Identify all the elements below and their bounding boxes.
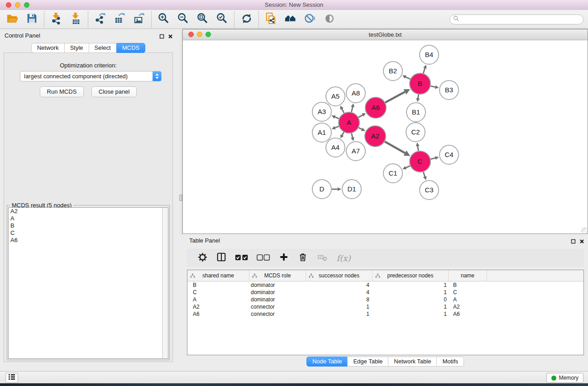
show-graphics-details-button[interactable]: [320, 11, 339, 28]
table-row[interactable]: Cdominator41C: [187, 289, 583, 296]
close-panel-button[interactable]: Close panel: [91, 86, 137, 97]
column-header-predecessor-nodes[interactable]: predecessor nodes: [373, 270, 449, 281]
graph-node-A3[interactable]: A3: [312, 102, 331, 121]
mcds-result-item[interactable]: C: [9, 229, 168, 237]
open-file-button[interactable]: [3, 11, 22, 28]
graph-node-C[interactable]: C: [410, 151, 430, 172]
zoom-out-button[interactable]: [173, 11, 193, 28]
deselect-all-button[interactable]: [256, 251, 271, 265]
graph-node-B3[interactable]: B3: [440, 81, 459, 100]
graph-edge[interactable]: [423, 65, 427, 73]
graph-node-A6[interactable]: A6: [365, 97, 386, 118]
search-input[interactable]: [461, 16, 583, 23]
graph-svg[interactable]: B4B2BB3A5A8A6B1A3AC2A1A2A4A7C4CC1DD1C3: [183, 40, 587, 234]
graph-edge[interactable]: [332, 187, 341, 191]
result-list-scrollbar[interactable]: [162, 208, 168, 358]
search-field[interactable]: [449, 14, 583, 24]
tab-mcds[interactable]: MCDS: [116, 43, 145, 53]
graph-edge[interactable]: [332, 126, 339, 129]
graph-edge[interactable]: [359, 113, 366, 117]
graph-node-A[interactable]: A: [339, 112, 359, 133]
graph-node-A5[interactable]: A5: [326, 87, 345, 106]
network-canvas[interactable]: B4B2BB3A5A8A6B1A3AC2A1A2A4A7C4CC1DD1C3: [183, 40, 587, 233]
tab-style[interactable]: Style: [64, 43, 89, 53]
task-history-button[interactable]: [5, 373, 18, 383]
graph-edge[interactable]: [351, 103, 354, 112]
vertical-split-handle[interactable]: [179, 195, 182, 201]
column-header-successor-nodes[interactable]: successor nodes: [306, 270, 373, 281]
graph-node-B4[interactable]: B4: [420, 45, 439, 64]
table-settings-button[interactable]: [196, 251, 209, 265]
new-network-from-selection-button[interactable]: [261, 11, 281, 28]
graph-edge[interactable]: [359, 128, 365, 131]
graph-node-C3[interactable]: C3: [420, 181, 439, 200]
tab-network-table[interactable]: Network Table: [388, 357, 437, 367]
graph-node-D[interactable]: D: [312, 180, 331, 199]
graph-edge[interactable]: [402, 166, 410, 170]
float-panel-icon[interactable]: [571, 238, 576, 246]
graph-edge[interactable]: [416, 95, 420, 102]
mcds-result-item[interactable]: A6: [9, 237, 168, 244]
table-row[interactable]: A6connector11A6: [187, 310, 583, 318]
zoom-selected-button[interactable]: [212, 11, 232, 28]
tab-select[interactable]: Select: [89, 43, 117, 53]
graph-node-B1[interactable]: B1: [406, 103, 425, 122]
refresh-button[interactable]: [237, 11, 256, 28]
table-row[interactable]: A2connector11A2: [187, 303, 583, 310]
tab-motifs[interactable]: Motifs: [436, 357, 464, 367]
save-session-button[interactable]: [22, 11, 42, 28]
mcds-result-list[interactable]: A2ABCA6: [8, 207, 168, 359]
run-mcds-button[interactable]: Run MCDS: [40, 86, 84, 97]
graph-edge[interactable]: [385, 142, 410, 156]
table-row[interactable]: Adominator80A: [187, 296, 583, 303]
column-header-name[interactable]: name: [449, 270, 487, 281]
import-network-button[interactable]: [47, 11, 66, 28]
zoom-in-button[interactable]: [154, 11, 173, 28]
zoom-fit-button[interactable]: [193, 11, 212, 28]
graph-node-C2[interactable]: C2: [406, 123, 425, 142]
tab-edge-table[interactable]: Edge Table: [347, 357, 388, 367]
first-neighbors-button[interactable]: [281, 11, 300, 28]
mcds-result-item[interactable]: A2: [9, 208, 168, 215]
graph-node-B[interactable]: B: [410, 73, 430, 94]
float-panel-icon[interactable]: [159, 33, 164, 41]
graph-node-A7[interactable]: A7: [346, 142, 365, 161]
tab-network[interactable]: Network: [31, 43, 65, 53]
memory-button[interactable]: Memory: [546, 373, 583, 383]
export-table-button[interactable]: [110, 11, 129, 28]
graph-node-A1[interactable]: A1: [312, 123, 331, 142]
graph-node-A4[interactable]: A4: [326, 138, 345, 157]
close-panel-icon[interactable]: [168, 33, 173, 41]
graph-edge[interactable]: [331, 115, 339, 119]
column-visibility-button[interactable]: [215, 251, 228, 265]
tab-node-table[interactable]: Node Table: [306, 357, 348, 367]
graph-edge[interactable]: [385, 89, 410, 103]
hide-selected-button[interactable]: [300, 11, 320, 28]
graph-node-B2[interactable]: B2: [383, 62, 402, 81]
column-header-shared-name[interactable]: shared name: [187, 270, 249, 281]
graph-edge[interactable]: [430, 156, 439, 160]
table-row[interactable]: Bdominator41B: [187, 281, 583, 289]
export-image-button[interactable]: [129, 11, 149, 28]
graph-node-C4[interactable]: C4: [440, 145, 459, 164]
graph-edge[interactable]: [402, 75, 410, 79]
close-panel-icon[interactable]: [579, 238, 584, 246]
import-table-button[interactable]: [66, 11, 86, 28]
graph-edge[interactable]: [340, 105, 344, 113]
graph-edge[interactable]: [416, 143, 420, 151]
graph-node-A8[interactable]: A8: [346, 84, 365, 103]
graph-edge[interactable]: [340, 132, 344, 138]
column-header-mcds-role[interactable]: MCDS role: [249, 270, 306, 281]
add-column-button[interactable]: [277, 251, 290, 265]
delete-table-button[interactable]: [316, 251, 328, 265]
optimization-criterion-select[interactable]: largest connected component (directed): [20, 71, 162, 81]
window-resize-grip[interactable]: [581, 227, 587, 233]
graph-node-D1[interactable]: D1: [342, 180, 361, 199]
graph-node-A2[interactable]: A2: [365, 126, 386, 147]
graph-node-C1[interactable]: C1: [383, 164, 402, 183]
graph-edge[interactable]: [423, 172, 427, 180]
graph-edge[interactable]: [430, 85, 439, 89]
graph-edge[interactable]: [351, 133, 354, 141]
function-builder-button[interactable]: f(x): [335, 251, 353, 265]
select-all-button[interactable]: [234, 251, 249, 265]
